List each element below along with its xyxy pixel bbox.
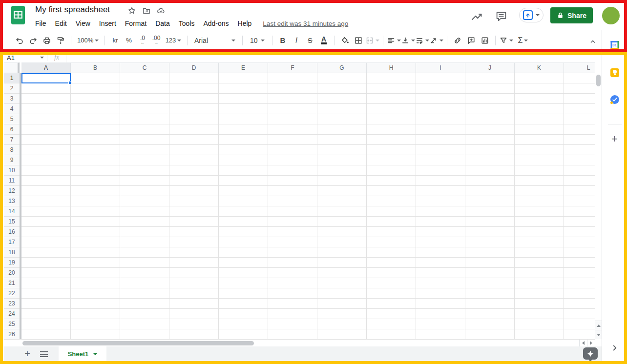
filter-button[interactable] [499,34,513,47]
scroll-left-button[interactable] [579,340,587,346]
merge-cells-button[interactable] [365,34,379,47]
strikethrough-button[interactable]: S [303,34,317,47]
row-header-2[interactable]: 2 [4,83,20,94]
last-edit-link[interactable]: Last edit was 31 minutes ago [263,20,348,27]
undo-button[interactable] [13,34,26,47]
scroll-up-button[interactable] [595,321,602,330]
row-header-17[interactable]: 17 [4,237,20,247]
text-wrap-button[interactable] [415,34,429,47]
document-title[interactable]: My first spreadsheet [35,5,110,15]
vertical-align-button[interactable] [401,34,415,47]
row-header-12[interactable]: 12 [4,186,20,196]
fill-color-button[interactable] [338,34,352,47]
get-add-ons-button[interactable]: + [611,134,618,144]
account-avatar[interactable] [602,7,620,24]
row-header-8[interactable]: 8 [4,145,20,155]
text-color-button[interactable]: A [317,34,331,47]
row-header-7[interactable]: 7 [4,135,20,145]
font-family-select[interactable]: Arial [191,34,239,47]
column-header-a[interactable]: A [21,62,71,73]
column-header-g[interactable]: G [317,62,367,73]
column-header-c[interactable]: C [120,62,169,73]
column-header-h[interactable]: H [367,62,416,73]
column-header-d[interactable]: D [169,62,219,73]
scroll-right-button[interactable] [587,340,595,346]
row-header-5[interactable]: 5 [4,114,20,124]
menu-item-format[interactable]: Format [121,20,151,27]
name-box[interactable]: A1 [4,53,47,62]
row-header-15[interactable]: 15 [4,217,20,227]
all-sheets-button[interactable] [37,347,51,361]
horizontal-scrollbar[interactable] [4,339,595,346]
explore-button[interactable] [583,347,598,360]
row-header-22[interactable]: 22 [4,288,20,299]
row-header-1[interactable]: 1 [4,73,20,83]
functions-button[interactable]: Σ [516,34,530,47]
menu-item-file[interactable]: File [31,20,51,27]
text-rotation-button[interactable] [429,34,443,47]
calendar-icon[interactable]: 31 [610,41,619,49]
print-button[interactable] [40,34,54,47]
cloud-saved-icon[interactable] [156,6,165,15]
vertical-scrollbar-thumb[interactable] [596,75,601,86]
insert-link-button[interactable] [451,34,464,47]
vertical-scrollbar[interactable] [595,62,602,339]
activity-trend-icon[interactable] [470,10,483,22]
row-header-18[interactable]: 18 [4,247,20,258]
fill-handle[interactable] [68,81,72,84]
format-currency-button[interactable]: kr [108,34,122,47]
row-header-20[interactable]: 20 [4,268,20,278]
row-header-9[interactable]: 9 [4,155,20,165]
paint-format-button[interactable] [54,34,67,47]
horizontal-align-button[interactable] [387,34,401,47]
hide-side-panel-button[interactable] [610,344,619,352]
column-header-k[interactable]: K [515,62,564,73]
tasks-icon[interactable] [610,95,619,104]
column-header-l[interactable]: L [564,62,595,73]
insert-chart-button[interactable] [478,34,492,47]
row-header-3[interactable]: 3 [4,94,20,104]
keep-icon[interactable] [610,68,619,77]
menu-item-view[interactable]: View [71,20,95,27]
horizontal-scrollbar-thumb[interactable] [22,341,254,345]
column-header-f[interactable]: F [268,62,317,73]
number-format-button[interactable]: 123 [163,34,184,47]
sheet-tab-sheet1[interactable]: Sheet1 [59,346,106,362]
row-header-11[interactable]: 11 [4,176,20,186]
row-header-24[interactable]: 24 [4,309,20,319]
menu-item-tools[interactable]: Tools [174,20,199,27]
column-header-j[interactable]: J [465,62,515,73]
italic-button[interactable]: I [290,34,303,47]
row-header-6[interactable]: 6 [4,124,20,135]
format-percent-button[interactable]: % [122,34,136,47]
column-header-e[interactable]: E [219,62,268,73]
menu-item-insert[interactable]: Insert [95,20,121,27]
decrease-decimals-button[interactable]: .0← [136,34,149,47]
cell-grid[interactable] [21,73,595,339]
select-all-corner[interactable] [4,62,20,73]
row-header-14[interactable]: 14 [4,206,20,217]
menu-item-data[interactable]: Data [151,20,174,27]
add-sheet-button[interactable]: + [21,347,34,361]
row-header-21[interactable]: 21 [4,278,20,288]
formula-input[interactable] [66,53,602,62]
share-button[interactable]: Share [550,7,593,23]
font-size-select[interactable]: 10 [246,34,269,47]
row-header-13[interactable]: 13 [4,196,20,206]
insert-comment-button[interactable] [464,34,478,47]
menu-item-addons[interactable]: Add-ons [199,20,233,27]
borders-button[interactable] [352,34,365,47]
increase-decimals-button[interactable]: .00→ [149,34,163,47]
row-header-10[interactable]: 10 [4,165,20,176]
move-folder-icon[interactable] [142,6,151,15]
row-header-25[interactable]: 25 [4,319,20,329]
column-header-i[interactable]: I [416,62,465,73]
sheets-logo-icon[interactable] [11,5,25,25]
row-header-23[interactable]: 23 [4,299,20,309]
redo-button[interactable] [26,34,40,47]
star-icon[interactable] [127,6,136,15]
row-header-16[interactable]: 16 [4,227,20,237]
collapse-toolbar-button[interactable] [587,36,599,47]
scroll-down-button[interactable] [595,330,602,339]
comment-history-icon[interactable] [495,10,508,23]
